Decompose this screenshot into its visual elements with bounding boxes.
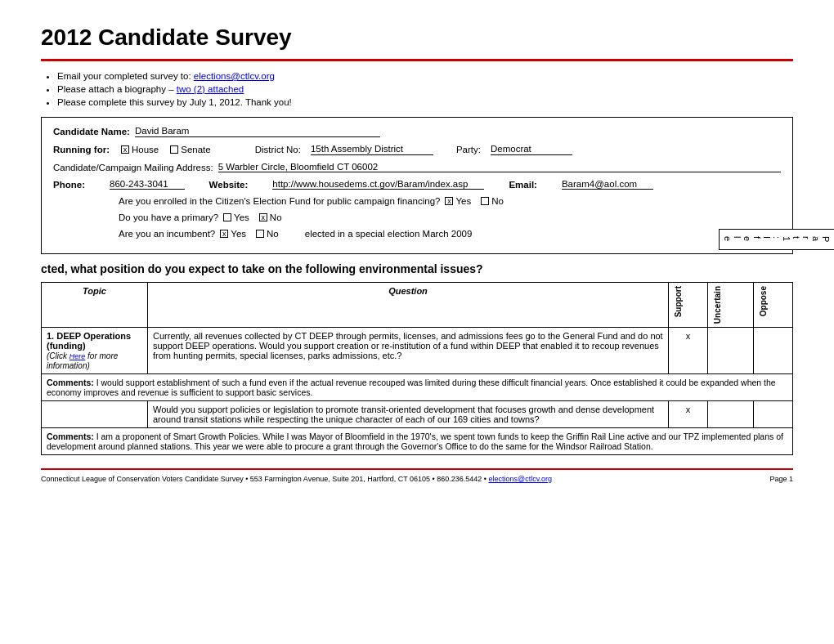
header-uncertain: Uncertain <box>708 283 754 328</box>
support-cell-1: x <box>669 328 708 374</box>
house-label: House <box>132 145 159 154</box>
topic-name-1: DEEP Operations (funding) <box>47 331 131 351</box>
address-row: Candidate/Campaign Mailing Address: 5 Wa… <box>53 162 781 172</box>
candidate-form: Candidate Name: David Baram Running for:… <box>41 117 793 254</box>
support-rotated: Support <box>674 286 683 317</box>
section-heading-text: cted, what position do you expect to tak… <box>41 262 483 275</box>
topic-sub-1: (Click Here for more information) <box>47 351 118 370</box>
phone-row: Phone: 860-243-3041 Website: http://www.… <box>53 179 781 190</box>
red-divider <box>41 59 793 61</box>
support-x-2: x <box>674 405 702 414</box>
page-title: 2012 Candidate Survey <box>41 25 793 51</box>
instruction-3-text: Please complete this survey by July 1, 2… <box>57 97 292 107</box>
header-oppose: Oppose <box>754 283 793 328</box>
email-link[interactable]: elections@ctlcv.org <box>194 71 275 81</box>
comment-label-1: Comments: <box>47 378 94 387</box>
question-cell-1: Currently, all revenues collected by CT … <box>148 328 669 374</box>
table-row-2: Would you support policies or legislatio… <box>42 401 793 428</box>
incumbent-yes-checkbox <box>220 230 228 238</box>
website-label: Website: <box>209 180 249 190</box>
footer-email-link[interactable]: elections@ctlcv.org <box>488 475 552 483</box>
topic-cell-1: 1. DEEP Operations (funding) (Click Here… <box>42 328 148 374</box>
primary-yes-checkbox <box>223 213 231 221</box>
comment-text-1: I would support establishment of such a … <box>47 378 776 397</box>
citizen-fund-row: Are you enrolled in the Citizen's Electi… <box>53 196 781 206</box>
district-label: District No: <box>255 145 301 154</box>
running-for-label: Running for: <box>53 145 110 154</box>
senate-checkbox <box>170 145 178 154</box>
website-value: http://www.housedems.ct.gov/Baram/index.… <box>272 179 484 190</box>
table-header-row: Topic Question Support Uncertain Oppose <box>42 283 793 328</box>
instruction-1-text: Email your completed survey to: <box>57 71 194 81</box>
phone-label: Phone: <box>53 180 85 190</box>
instruction-3: Please complete this survey by July 1, 2… <box>57 97 793 107</box>
instruction-1: Email your completed survey to: election… <box>57 71 793 81</box>
topic-cell-2 <box>42 401 148 428</box>
incumbent-no-checkbox <box>256 230 264 238</box>
footer-left: Connecticut League of Conservation Voter… <box>41 475 552 483</box>
support-x-1: x <box>674 331 702 341</box>
citizen-yes-item: Yes <box>445 196 471 206</box>
name-row: Candidate Name: David Baram <box>53 126 781 137</box>
citizen-yes-checkbox <box>445 197 453 205</box>
primary-question: Do you have a primary? <box>119 212 218 222</box>
incumbent-question: Are you an incumbent? <box>119 229 215 239</box>
instruction-2: Please attach a biography – two (2) atta… <box>57 84 793 94</box>
support-cell-2: x <box>669 401 708 428</box>
biography-link[interactable]: two (2) attached <box>177 84 244 94</box>
address-value: 5 Warbler Circle, Bloomfield CT 06002 <box>218 162 781 172</box>
here-link-1[interactable]: Here <box>70 352 86 360</box>
table-row: 1. DEEP Operations (funding) (Click Here… <box>42 328 793 374</box>
citizen-no-item: No <box>481 196 504 206</box>
incumbent-note: elected in a special election March 2009 <box>305 229 473 239</box>
primary-no-label: No <box>270 212 282 222</box>
district-value: 15th Assembly District <box>311 144 433 155</box>
email-label: Email: <box>509 180 537 190</box>
citizen-no-label: No <box>491 196 504 206</box>
header-topic: Topic <box>42 283 148 328</box>
comment-row-2: Comments: I am a proponent of Smart Grow… <box>42 428 793 455</box>
primary-no-item: No <box>259 212 282 222</box>
citizen-no-checkbox <box>481 197 489 205</box>
instructions-list: Email your completed survey to: election… <box>41 71 793 107</box>
citizen-yes-label: Yes <box>455 196 471 206</box>
address-label: Candidate/Campaign Mailing Address: <box>53 163 213 172</box>
house-checkbox-item: House <box>121 145 159 154</box>
incumbent-no-label: No <box>267 229 279 239</box>
candidate-name-value: David Baram <box>135 126 380 137</box>
uncertain-cell-2 <box>708 401 754 428</box>
phone-value: 860-243-3041 <box>110 179 185 190</box>
comment-text-2: I am a proponent of Smart Growth Policie… <box>47 432 783 451</box>
incumbent-yes-item: Yes <box>220 229 246 239</box>
primary-row: Do you have a primary? Yes No <box>53 212 781 222</box>
comment-cell-1: Comments: I would support establishment … <box>42 374 793 401</box>
incumbent-yes-label: Yes <box>231 229 246 239</box>
running-for-row: Running for: House Senate District No: 1… <box>53 144 781 155</box>
party-value: Democrat <box>491 144 572 155</box>
survey-table: Topic Question Support Uncertain Oppose … <box>41 282 793 455</box>
comment-row-1: Comments: I would support establishment … <box>42 374 793 401</box>
senate-checkbox-item: Senate <box>170 145 210 154</box>
oppose-rotated: Oppose <box>759 286 768 316</box>
row-number-1: 1. <box>47 331 54 341</box>
house-checkbox <box>121 145 129 154</box>
question-cell-2: Would you support policies or legislatio… <box>148 401 669 428</box>
incumbent-no-item: No <box>256 229 279 239</box>
senate-label: Senate <box>181 145 210 154</box>
section-heading: cted, what position do you expect to tak… <box>41 262 793 275</box>
uncertain-rotated: Uncertain <box>713 286 722 324</box>
email-value: Baram4@aol.com <box>562 179 653 190</box>
oppose-cell-2 <box>754 401 793 428</box>
footer-right: Page 1 <box>769 475 793 483</box>
comment-cell-2: Comments: I am a proponent of Smart Grow… <box>42 428 793 455</box>
party-label: Party: <box>456 145 481 154</box>
primary-yes-item: Yes <box>223 212 249 222</box>
comment-label-2: Comments: <box>47 432 94 441</box>
uncertain-cell-1 <box>708 328 754 374</box>
candidate-name-label: Candidate Name: <box>53 127 130 136</box>
primary-no-checkbox <box>259 213 267 221</box>
footer: Connecticut League of Conservation Voter… <box>41 468 793 483</box>
oppose-cell-1 <box>754 328 793 374</box>
incumbent-row: Are you an incumbent? Yes No elected in … <box>53 229 781 239</box>
header-support: Support <box>669 283 708 328</box>
